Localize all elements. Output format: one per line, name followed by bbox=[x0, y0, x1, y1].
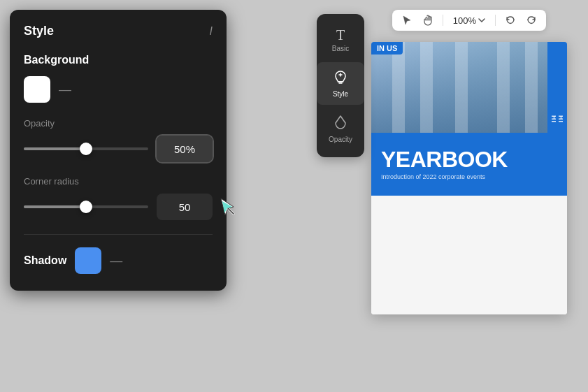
background-remove-icon[interactable]: — bbox=[59, 82, 71, 97]
card-image: IN US YEARBOOK Introduction of 2022 corp… bbox=[371, 42, 567, 196]
right-strip: HIHI bbox=[547, 42, 567, 196]
card-bottom bbox=[371, 196, 567, 314]
tool-basic[interactable]: T Basic bbox=[317, 21, 364, 59]
corner-radius-slider-row: 50 bbox=[24, 194, 213, 220]
opacity-slider-fill bbox=[24, 147, 86, 150]
section-divider bbox=[24, 234, 213, 235]
basic-label: Basic bbox=[332, 45, 349, 52]
corner-radius-slider-thumb[interactable] bbox=[80, 201, 92, 213]
redo-icon[interactable] bbox=[524, 13, 539, 28]
opacity-section: Opacity 50% bbox=[24, 118, 213, 162]
panel-title: Style bbox=[24, 24, 54, 38]
toolbar-divider bbox=[443, 15, 443, 26]
corner-radius-section: Corner radius 50 bbox=[24, 176, 213, 220]
blue-banner: YEARBOOK Introduction of 2022 corporate … bbox=[371, 133, 567, 196]
toolbar: 100% bbox=[392, 10, 546, 31]
background-label: Background bbox=[24, 54, 213, 66]
opacity-icon bbox=[334, 115, 347, 133]
page-preview-card: IN US YEARBOOK Introduction of 2022 corp… bbox=[371, 42, 567, 314]
shadow-color-swatch[interactable] bbox=[75, 247, 101, 274]
opacity-value-input[interactable]: 50% bbox=[157, 136, 213, 162]
corner-radius-value-input[interactable]: 50 bbox=[157, 194, 213, 220]
tool-style[interactable]: Style bbox=[317, 62, 364, 105]
panel-header: Style I bbox=[24, 24, 213, 38]
zoom-control[interactable]: 100% bbox=[450, 14, 488, 27]
style-label: Style bbox=[333, 90, 348, 98]
toolbar-divider-2 bbox=[495, 15, 496, 26]
join-tag: IN US bbox=[371, 42, 403, 55]
corner-radius-sublabel: Corner radius bbox=[24, 176, 213, 187]
cursor-tool-icon[interactable] bbox=[399, 13, 415, 28]
right-tool-panel: T Basic Style Opacity bbox=[317, 14, 364, 157]
yearbook-title: YEARBOOK bbox=[381, 148, 557, 170]
style-icon bbox=[333, 69, 348, 87]
shadow-label: Shadow bbox=[24, 254, 66, 267]
opacity-slider-row: 50% bbox=[24, 136, 213, 162]
corner-radius-slider-fill bbox=[24, 205, 86, 208]
opacity-slider-thumb[interactable] bbox=[80, 143, 92, 155]
undo-icon[interactable] bbox=[503, 13, 518, 28]
corner-radius-slider-track[interactable] bbox=[24, 205, 148, 208]
opacity-label: Opacity bbox=[329, 136, 352, 143]
shadow-remove-icon[interactable]: — bbox=[110, 254, 122, 268]
basic-icon: T bbox=[336, 28, 345, 42]
yearbook-subtitle: Introduction of 2022 corporate events bbox=[381, 173, 557, 180]
right-strip-text: HIHI bbox=[550, 115, 564, 123]
opacity-sublabel: Opacity bbox=[24, 118, 213, 129]
opacity-slider-track[interactable] bbox=[24, 147, 148, 150]
tool-opacity[interactable]: Opacity bbox=[317, 108, 364, 150]
zoom-value: 100% bbox=[453, 15, 476, 26]
background-color-swatch[interactable] bbox=[24, 76, 50, 103]
hand-tool-icon[interactable] bbox=[420, 13, 436, 28]
italic-icon[interactable]: I bbox=[210, 25, 213, 38]
background-row: — bbox=[24, 76, 213, 103]
style-panel: Style I Background — Opacity 50% Corner … bbox=[10, 10, 227, 291]
shadow-section: Shadow — bbox=[24, 247, 213, 274]
